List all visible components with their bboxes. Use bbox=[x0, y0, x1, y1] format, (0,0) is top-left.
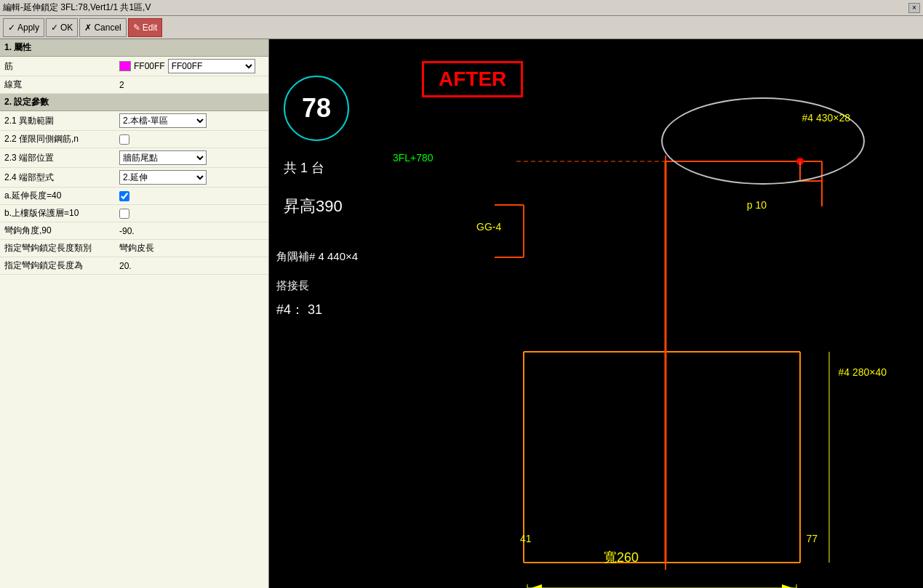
circle-78: 78 bbox=[284, 76, 349, 141]
value-hook-len: 20. bbox=[119, 261, 132, 271]
bar-color-select[interactable]: FF00FF bbox=[168, 59, 255, 73]
label-hook-len: 指定彎鉤鎖定長度為 bbox=[0, 257, 116, 274]
select-2-3[interactable]: 牆筋尾點 bbox=[119, 150, 207, 165]
ok-button[interactable]: ✓ OK bbox=[46, 18, 78, 37]
property-row-hook-len: 指定彎鉤鎖定長度為 20. bbox=[0, 257, 268, 275]
linewidth-value: 2 bbox=[119, 80, 124, 90]
section1-header: 1. 屬性 bbox=[0, 39, 268, 57]
label-a: a.延伸長度=40 bbox=[0, 188, 116, 204]
label-hook-angle: 彎鉤角度,90 bbox=[0, 222, 116, 239]
apply-icon: ✓ bbox=[8, 23, 15, 33]
cancel-label: Cancel bbox=[94, 23, 121, 33]
label-hook-type: 指定彎鉤鎖定長度類別 bbox=[0, 240, 116, 257]
property-row-2-4: 2.4 端部型式 2.延伸 bbox=[0, 168, 268, 188]
apply-button[interactable]: ✓ Apply bbox=[3, 18, 44, 37]
corner-bar: 角隅補# 4 440×4 bbox=[276, 250, 358, 264]
bar-label-bottom: #4 280×40 bbox=[838, 366, 887, 378]
ok-label: OK bbox=[60, 23, 73, 33]
lap-length-label: 搭接長 bbox=[276, 279, 309, 293]
label-2-1: 2.1 異動範圍 bbox=[0, 113, 116, 129]
cancel-icon: ✗ bbox=[84, 23, 92, 33]
color-swatch-bar[interactable] bbox=[119, 61, 131, 71]
gg4-label: GG-4 bbox=[476, 221, 501, 233]
select-2-4[interactable]: 2.延伸 bbox=[119, 170, 207, 185]
checkbox-b[interactable] bbox=[119, 209, 129, 219]
label-2-3: 2.3 端部位置 bbox=[0, 150, 116, 166]
rise-height: 昇高390 bbox=[284, 196, 343, 217]
unit-count: 共 1 台 bbox=[284, 159, 324, 177]
title-bar: 編輯-延伸鎖定 3FL:78,Vert1/1 共1區,V × bbox=[0, 0, 923, 16]
property-row-b: b.上樓版保護層=10 bbox=[0, 205, 268, 222]
ellipse-bar-label bbox=[661, 97, 865, 185]
property-row-2-2: 2.2 僅限同側鋼筋,n bbox=[0, 131, 268, 148]
p10-label: p 10 bbox=[747, 199, 767, 211]
after-box: AFTER bbox=[422, 61, 523, 97]
lap-length-value: #4： 31 bbox=[276, 301, 322, 318]
bar-label: 筋 bbox=[0, 58, 116, 75]
property-row-2-1: 2.1 異動範圍 2.本檔-單區 bbox=[0, 111, 268, 131]
edit-label: Edit bbox=[143, 23, 158, 33]
bar-label-top: #4 430×28 bbox=[802, 112, 850, 124]
bar-color-value: FF00FF bbox=[134, 61, 165, 71]
toolbar: ✓ Apply ✓ OK ✗ Cancel ✎ Edit bbox=[0, 16, 923, 39]
edit-icon: ✎ bbox=[133, 23, 140, 33]
apply-label: Apply bbox=[17, 23, 39, 33]
window-title: 編輯-延伸鎖定 3FL:78,Vert1/1 共1區,V bbox=[3, 1, 151, 14]
label-b: b.上樓版保護層=10 bbox=[0, 205, 116, 222]
dim-right: 77 bbox=[806, 533, 818, 544]
property-row-bar: 筋 FF00FF FF00FF bbox=[0, 57, 268, 76]
after-text: AFTER bbox=[439, 68, 506, 90]
property-row-hook-type: 指定彎鉤鎖定長度類別 彎鉤皮長 bbox=[0, 240, 268, 257]
close-button[interactable]: × bbox=[908, 3, 920, 13]
canvas-area: AFTER 78 #4 430×28 3FL+780 GG-4 p 10 #4 … bbox=[269, 39, 923, 588]
property-row-linewidth: 線寬 2 bbox=[0, 76, 268, 94]
checkbox-2-2[interactable] bbox=[119, 134, 129, 145]
edit-button[interactable]: ✎ Edit bbox=[128, 18, 163, 37]
svg-marker-21 bbox=[782, 584, 793, 588]
select-2-1[interactable]: 2.本檔-單區 bbox=[119, 113, 207, 128]
section2-header: 2. 設定參數 bbox=[0, 94, 268, 111]
svg-marker-20 bbox=[531, 584, 542, 588]
linewidth-label: 線寬 bbox=[0, 76, 116, 93]
cancel-button[interactable]: ✗ Cancel bbox=[79, 18, 126, 37]
property-row-a: a.延伸長度=40 bbox=[0, 188, 268, 205]
ok-icon: ✓ bbox=[51, 23, 58, 33]
dim-width: 寬260 bbox=[604, 549, 639, 566]
floor-label: 3FL+780 bbox=[393, 152, 433, 164]
value-hook-type: 彎鉤皮長 bbox=[119, 242, 154, 254]
property-row-hook-angle: 彎鉤角度,90 -90. bbox=[0, 222, 268, 240]
circle-number: 78 bbox=[302, 93, 331, 124]
value-hook-angle: -90. bbox=[119, 226, 135, 236]
checkbox-a[interactable] bbox=[119, 191, 129, 201]
dim-left: 41 bbox=[520, 533, 532, 544]
main-content: 1. 屬性 筋 FF00FF FF00FF 線寬 2 2. 設定參數 bbox=[0, 39, 923, 588]
label-2-2: 2.2 僅限同側鋼筋,n bbox=[0, 131, 116, 148]
left-panel: 1. 屬性 筋 FF00FF FF00FF 線寬 2 2. 設定參數 bbox=[0, 39, 269, 588]
property-row-2-3: 2.3 端部位置 牆筋尾點 bbox=[0, 148, 268, 168]
label-2-4: 2.4 端部型式 bbox=[0, 169, 116, 186]
